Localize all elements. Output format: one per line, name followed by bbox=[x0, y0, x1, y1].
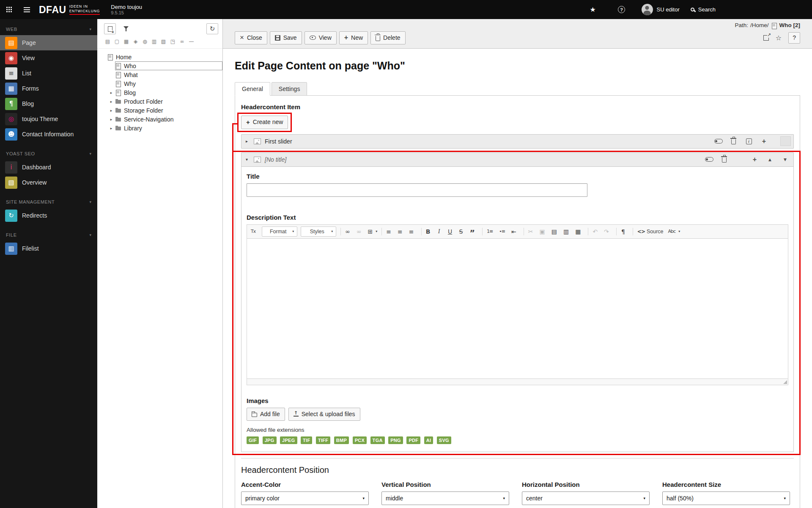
shortcut-page-icon[interactable]: ◈ bbox=[132, 38, 139, 45]
editor-toolbar-item[interactable] bbox=[421, 228, 422, 235]
source-icon[interactable]: <> Source bbox=[636, 226, 666, 237]
bullet-list-icon[interactable]: •≡ bbox=[498, 226, 509, 237]
toolbar-list-button[interactable] bbox=[18, 0, 36, 19]
filter-button[interactable] bbox=[120, 23, 132, 34]
new-record-after-button[interactable]: + bbox=[749, 154, 760, 165]
blockquote-icon[interactable]: ” bbox=[469, 226, 480, 237]
paste-icon[interactable]: ▤ bbox=[550, 226, 561, 237]
remove-format-icon[interactable]: Tx bbox=[250, 226, 260, 237]
delete-button[interactable]: Delete bbox=[370, 31, 405, 45]
delete-record-button[interactable] bbox=[728, 136, 739, 146]
toggle-visibility-button[interactable] bbox=[703, 154, 715, 165]
bookmark-icon[interactable]: ☆ bbox=[776, 34, 782, 42]
link-icon[interactable]: ∞ bbox=[344, 226, 354, 237]
menu-section-header[interactable]: FILE ▾ bbox=[0, 229, 97, 241]
mountpoint-icon[interactable]: ◍ bbox=[141, 38, 148, 45]
recycler-icon[interactable]: ◳ bbox=[169, 38, 176, 45]
show-blocks-icon[interactable]: ¶ bbox=[620, 226, 630, 237]
tree-expander-icon[interactable]: ▸ bbox=[107, 108, 115, 113]
backend-layout-icon[interactable]: ▢ bbox=[113, 38, 121, 45]
headercontent-size-select[interactable]: half (50%) ▾ bbox=[662, 491, 790, 505]
info-button[interactable]: i bbox=[743, 136, 754, 146]
horizontal-position-select[interactable]: center ▾ bbox=[522, 491, 650, 505]
create-new-button[interactable]: + Create new bbox=[241, 116, 288, 129]
link-icon[interactable]: ∞ bbox=[178, 38, 186, 45]
delete-record-button[interactable] bbox=[719, 154, 730, 165]
sidebar-item-forms[interactable]: ▦ Forms bbox=[0, 81, 97, 96]
undo-icon[interactable]: ↶ bbox=[591, 226, 602, 237]
help-button[interactable]: ? bbox=[613, 0, 631, 19]
add-file-button[interactable]: Add file bbox=[247, 408, 285, 421]
tab-settings[interactable]: Settings bbox=[272, 82, 307, 96]
page-icon[interactable]: ▤ bbox=[104, 38, 111, 45]
spacer-icon[interactable]: ▥ bbox=[151, 38, 158, 45]
record-header[interactable]: ▾ [No title] + ▲ ▼ bbox=[241, 153, 793, 166]
sysfolder-icon[interactable]: ▧ bbox=[160, 38, 167, 45]
menu-section-header[interactable]: SITE MANAGEMENT ▾ bbox=[0, 196, 97, 208]
tree-item-home[interactable]: Home bbox=[97, 52, 222, 61]
tree-expander-icon[interactable]: ▸ bbox=[107, 117, 115, 121]
tree-expander-icon[interactable]: ▸ bbox=[107, 91, 115, 95]
refresh-tree-button[interactable]: ↻ bbox=[206, 23, 218, 34]
cut-icon[interactable]: ✂ bbox=[527, 226, 538, 237]
align-center-icon[interactable]: ≡ bbox=[396, 226, 407, 237]
tree-item-why[interactable]: Why bbox=[97, 79, 222, 88]
divider-icon[interactable]: — bbox=[188, 38, 195, 45]
tree-expander-icon[interactable]: ▸ bbox=[107, 126, 115, 130]
spellcheck-icon[interactable]: Abc ▾ bbox=[667, 226, 682, 237]
sidebar-item-list[interactable]: ≡ List bbox=[0, 66, 97, 81]
styles-select[interactable]: Styles ▾ bbox=[301, 226, 336, 237]
editor-toolbar-item[interactable] bbox=[633, 228, 633, 235]
new-record-after-button[interactable]: + bbox=[758, 136, 770, 146]
record-header[interactable]: ▸ First slider i + bbox=[241, 135, 793, 148]
favorites-button[interactable]: ★ bbox=[584, 0, 602, 19]
bold-icon[interactable]: B bbox=[425, 226, 435, 237]
title-input[interactable] bbox=[247, 183, 587, 197]
rich-text-editor-area[interactable] bbox=[247, 239, 788, 378]
vertical-position-select[interactable]: middle ▾ bbox=[381, 491, 509, 505]
content-grid-icon[interactable]: ▦ bbox=[123, 38, 130, 45]
paste-as-text-icon[interactable]: ▦ bbox=[574, 226, 585, 237]
format-select[interactable]: Format ▾ bbox=[262, 226, 297, 237]
resize-grip-icon[interactable] bbox=[783, 380, 787, 384]
tree-item-who[interactable]: Who bbox=[97, 61, 222, 70]
table-icon[interactable]: ⊞ ▾ bbox=[367, 226, 379, 237]
sidebar-item-redirects[interactable]: ↻ Redirects bbox=[0, 208, 97, 223]
close-button[interactable]: Close bbox=[235, 31, 267, 45]
tree-item-storage-folder[interactable]: ▸ Storage Folder bbox=[97, 106, 222, 115]
open-in-new-window-icon[interactable] bbox=[763, 35, 769, 41]
tree-expander-icon[interactable]: ▸ bbox=[107, 99, 115, 104]
sidebar-item-page[interactable]: ▤ Page bbox=[0, 35, 97, 50]
sidebar-item-toujou-theme[interactable]: ◎ toujou Theme bbox=[0, 111, 97, 127]
redo-icon[interactable]: ↷ bbox=[603, 226, 613, 237]
user-menu[interactable]: SU editor bbox=[642, 4, 680, 15]
sidebar-item-view[interactable]: ◉ View bbox=[0, 50, 97, 66]
editor-toolbar-item[interactable] bbox=[524, 228, 524, 235]
new-page-button[interactable] bbox=[104, 23, 116, 34]
select-upload-files-button[interactable]: Select & upload files bbox=[288, 408, 360, 421]
save-button[interactable]: Save bbox=[270, 31, 302, 45]
move-up-button[interactable]: ▲ bbox=[764, 154, 776, 165]
new-button[interactable]: New bbox=[339, 31, 368, 45]
tree-item-blog[interactable]: ▸ Blog bbox=[97, 88, 222, 97]
sidebar-item-contact-information[interactable]: ☻ Contact Information bbox=[0, 127, 97, 142]
copy-icon[interactable]: ▣ bbox=[538, 226, 549, 237]
menu-section-header[interactable]: YOAST SEO ▾ bbox=[0, 148, 97, 160]
view-button[interactable]: View bbox=[304, 31, 337, 45]
sidebar-item-dashboard[interactable]: i Dashboard bbox=[0, 160, 97, 175]
editor-toolbar-item[interactable] bbox=[616, 228, 617, 235]
tab-general[interactable]: General bbox=[235, 82, 270, 96]
align-right-icon[interactable]: ≡ bbox=[408, 226, 418, 237]
accent-color-select[interactable]: primary color ▾ bbox=[241, 491, 369, 505]
modules-grid-button[interactable] bbox=[0, 0, 18, 19]
editor-toolbar-item[interactable] bbox=[482, 228, 483, 235]
paste-from-word-icon[interactable]: ▥ bbox=[562, 226, 573, 237]
italic-icon[interactable]: I bbox=[436, 226, 446, 237]
sidebar-item-blog[interactable]: ¶ Blog bbox=[0, 96, 97, 111]
unlink-icon[interactable]: ∞ bbox=[355, 226, 366, 237]
tree-item-product-folder[interactable]: ▸ Product Folder bbox=[97, 97, 222, 106]
sidebar-item-filelist[interactable]: ▥ Filelist bbox=[0, 241, 97, 256]
docheader-help-button[interactable]: ? bbox=[788, 32, 800, 44]
ordered-list-icon[interactable]: 1≡ bbox=[486, 226, 497, 237]
outdent-icon[interactable]: ⇤ bbox=[510, 226, 521, 237]
